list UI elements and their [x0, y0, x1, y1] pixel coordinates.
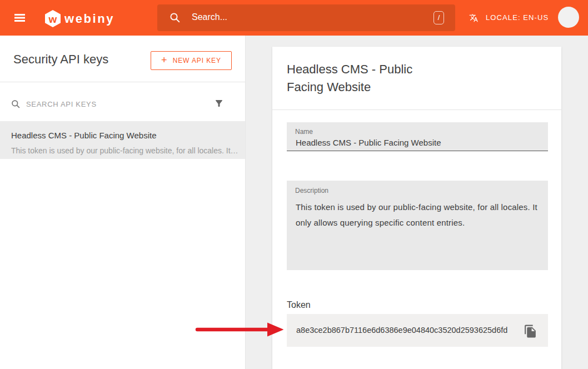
svg-text:w: w	[48, 13, 57, 25]
